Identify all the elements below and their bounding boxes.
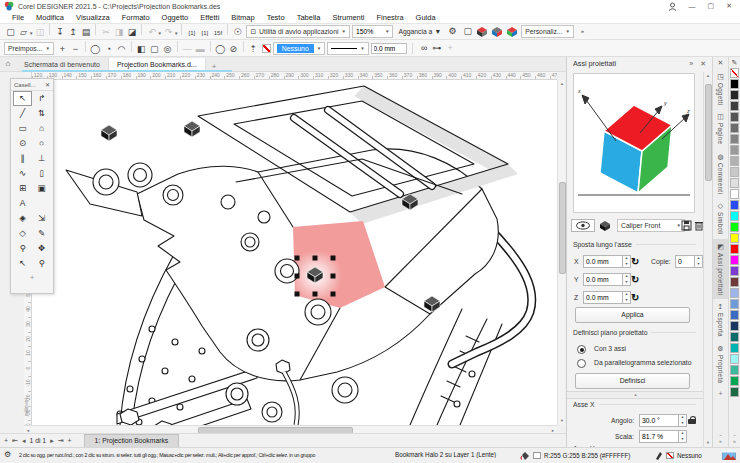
view-mode-15f-icon[interactable]: 15f [211, 27, 224, 40]
docker-splitter[interactable]: ▲ [567, 391, 704, 399]
move-y-input[interactable] [583, 273, 623, 286]
menu-visualizza[interactable]: Visualizza [70, 12, 116, 24]
cut-icon[interactable]: ✂ [99, 26, 112, 39]
outline-none-icon[interactable]: ⊘ [227, 43, 240, 56]
spinner-buttons[interactable]: ▲▼ [679, 414, 687, 427]
color-swatch[interactable] [730, 387, 739, 397]
move-x-field[interactable]: ▲▼ [583, 255, 631, 268]
vertical-scrollbar[interactable]: ▲ ▼ [557, 80, 565, 425]
scroll-up-icon[interactable]: ▲ [704, 72, 712, 80]
color-swatch[interactable] [730, 288, 739, 298]
color-swatch[interactable] [730, 211, 739, 221]
view-cube-red-icon[interactable] [476, 26, 489, 38]
color-swatch[interactable] [730, 277, 739, 287]
menu-bitmap[interactable]: Bitmap [225, 12, 260, 24]
docker-tab-simboli[interactable]: ◇Simboli [713, 198, 728, 239]
line-tool[interactable]: ╱ [13, 106, 32, 121]
next-page-icon[interactable]: ▸ [50, 437, 54, 445]
color-swatch[interactable] [730, 145, 739, 155]
view-cube-green-icon[interactable] [506, 26, 519, 38]
menu-testo[interactable]: Testo [261, 12, 291, 24]
selection-handle[interactable] [295, 292, 300, 297]
docker-strip-close-icon[interactable]: ✕ [713, 57, 728, 69]
smart-fill-tool[interactable]: ◇ [13, 226, 32, 241]
color-swatch[interactable] [730, 332, 739, 342]
scroll-down-icon[interactable]: ▼ [558, 417, 566, 425]
pie-mode-icon[interactable]: ◔ [102, 43, 115, 56]
undo-icon[interactable]: ↶ [145, 26, 158, 39]
menu-strumenti[interactable]: Strumenti [326, 12, 370, 24]
save-document-icon[interactable]: ◫ [33, 26, 46, 39]
application-launcher-combo[interactable]: ⊡ Utilità di avvio applicazioni ▼ [246, 25, 350, 38]
pick-mini-tool[interactable]: ↖ [13, 256, 32, 271]
define-button[interactable]: Definisci [575, 373, 690, 389]
no-color-swatch[interactable] [730, 68, 739, 78]
cylinder-tool[interactable]: ▯ [32, 166, 51, 181]
selection-handle[interactable] [331, 292, 336, 297]
polygon-tool[interactable]: ⌂ [32, 121, 51, 136]
drawing-canvas[interactable] [32, 80, 557, 425]
view-cube-blue-icon[interactable] [491, 26, 504, 38]
export-icon[interactable]: ↥ [66, 26, 79, 39]
scroll-up-icon[interactable]: ▲ [558, 80, 566, 88]
angle-x-field[interactable]: ▲▼ [639, 414, 687, 427]
border-box-icon[interactable]: ▢ [461, 25, 474, 38]
color-swatch[interactable] [730, 365, 739, 375]
bookmark-cube[interactable] [184, 121, 200, 137]
docker-collapse-icon[interactable]: » [689, 60, 693, 68]
menu-guida[interactable]: Guida [410, 12, 442, 24]
first-page-icon[interactable]: ⇤ [12, 437, 18, 445]
ellipse-tool[interactable]: ○ [32, 136, 51, 151]
bookmark-combo[interactable]: Caliper Front ▼ [617, 219, 685, 232]
docker-scroll-thumb[interactable] [705, 84, 712, 181]
fill-none-icon[interactable]: ▢ [148, 43, 161, 56]
color-swatch[interactable] [730, 266, 739, 276]
color-swatch[interactable] [730, 167, 739, 177]
apply-button[interactable]: Applica [575, 307, 690, 323]
link-icon[interactable]: ∞ [418, 42, 431, 55]
color-swatch[interactable] [730, 134, 739, 144]
color-swatch[interactable] [730, 101, 739, 111]
selection-handle[interactable] [331, 274, 336, 279]
scale-x-field[interactable]: ▲▼ [639, 430, 687, 443]
docker-close-icon[interactable]: ✕ [700, 60, 706, 68]
workspace-combo[interactable]: Personaliz... ▼ [521, 25, 574, 38]
perpendicular-line-tool[interactable]: ⊥ [32, 151, 51, 166]
outline-none-swatch[interactable] [262, 44, 271, 53]
line-end-icon[interactable]: ▬ [194, 43, 207, 56]
close-button[interactable]: ✕ [726, 2, 732, 10]
zoom-level-input[interactable] [356, 28, 382, 35]
palette-eyedropper-icon[interactable]: ✎ [729, 57, 740, 68]
outline-style-combo[interactable]: Nessuno ▼ [273, 42, 325, 55]
color-swatch[interactable] [730, 343, 739, 353]
zoom-one-to-one-icon[interactable]: [1] [185, 27, 198, 40]
outline-width-field[interactable] [371, 43, 407, 54]
rotate-z-icon[interactable]: ↻ [631, 291, 639, 304]
constraints-icon[interactable]: ⊶ [431, 42, 444, 55]
dimension-tool[interactable]: ⇅ [32, 106, 51, 121]
print-icon[interactable]: ▤ [79, 26, 92, 39]
bookmark-cube-icon[interactable] [599, 220, 612, 232]
bookmark-cube[interactable] [101, 125, 117, 141]
parallel-line-tool[interactable]: ∥ [13, 151, 32, 166]
add-page-button[interactable]: + [4, 437, 8, 444]
copies-input[interactable] [675, 255, 695, 268]
rotate-y-icon[interactable]: ↻ [631, 273, 639, 286]
pen-up-icon[interactable]: ⇡ [247, 43, 260, 56]
line-start-icon[interactable]: — [181, 43, 194, 56]
dimension-line-tool[interactable]: ⇲ [32, 211, 51, 226]
pick-tool[interactable]: ↖ [13, 91, 32, 106]
text-tool[interactable]: A [13, 196, 32, 211]
zoom-level-combo[interactable]: ▼ [352, 25, 393, 38]
scale-x-input[interactable] [639, 430, 679, 443]
menu-oggetto[interactable]: Oggetto [156, 12, 195, 24]
docker-tab-pagine[interactable]: ◫Pagine [713, 109, 728, 148]
move-z-input[interactable] [583, 291, 623, 304]
status-gear-icon[interactable]: ⚙ [4, 450, 11, 459]
snap-to-menu[interactable]: Aggancia a ▼ [395, 28, 444, 35]
spinner-buttons[interactable]: ▲▼ [695, 255, 703, 268]
color-swatch[interactable] [730, 156, 739, 166]
copies-field[interactable]: ▲▼ [675, 255, 703, 268]
vertical-scroll-thumb[interactable] [559, 182, 566, 274]
rotate-x-icon[interactable]: ↻ [631, 255, 639, 268]
